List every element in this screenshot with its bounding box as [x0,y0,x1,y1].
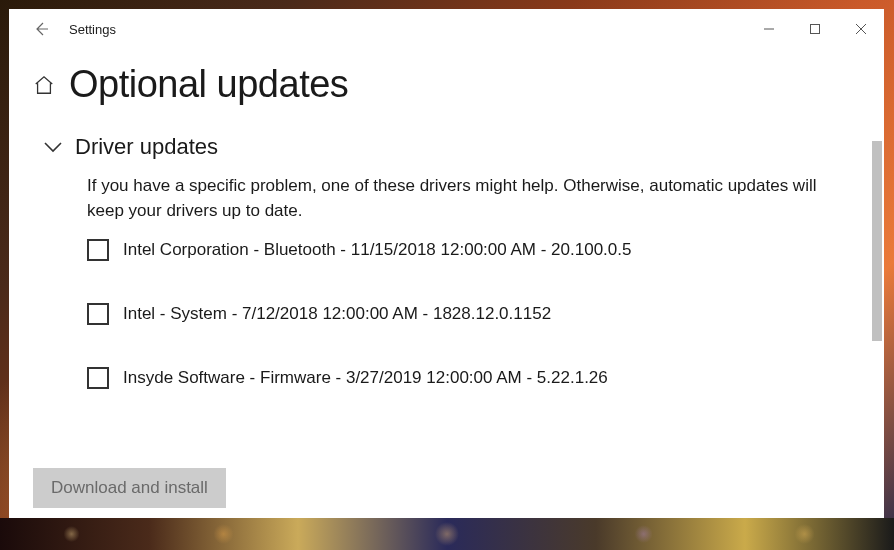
update-label: Insyde Software - Firmware - 3/27/2019 1… [123,368,608,388]
chevron-down-icon [43,140,63,154]
section-description: If you have a specific problem, one of t… [87,174,850,223]
download-install-button[interactable]: Download and install [33,468,226,508]
svg-rect-1 [811,25,820,34]
titlebar: Settings [9,9,884,49]
update-label: Intel - System - 7/12/2018 12:00:00 AM -… [123,304,551,324]
back-button[interactable] [21,9,61,49]
update-checkbox[interactable] [87,367,109,389]
minimize-icon [764,24,774,34]
minimize-button[interactable] [746,9,792,49]
scrollbar-thumb[interactable] [872,141,882,341]
maximize-icon [810,24,820,34]
home-button[interactable] [33,74,55,96]
close-button[interactable] [838,9,884,49]
update-checkbox[interactable] [87,239,109,261]
settings-window: Settings Optional updates [9,9,884,518]
section-title: Driver updates [75,134,218,160]
home-icon [33,74,55,96]
content-area: Optional updates Driver updates If you h… [9,49,884,518]
close-icon [856,24,866,34]
update-item[interactable]: Intel - System - 7/12/2018 12:00:00 AM -… [87,303,860,325]
back-arrow-icon [33,21,49,37]
update-item[interactable]: Intel Corporation - Bluetooth - 11/15/20… [87,239,860,261]
update-checkbox[interactable] [87,303,109,325]
maximize-button[interactable] [792,9,838,49]
page-title: Optional updates [69,63,348,106]
desktop-background-strip [0,518,894,550]
section-header-driver-updates[interactable]: Driver updates [43,134,860,160]
scrollbar-track[interactable] [870,51,884,518]
update-list: Intel Corporation - Bluetooth - 11/15/20… [87,239,860,389]
window-controls [746,9,884,49]
app-title: Settings [69,22,116,37]
page-header: Optional updates [33,63,860,106]
update-label: Intel Corporation - Bluetooth - 11/15/20… [123,240,631,260]
update-item[interactable]: Insyde Software - Firmware - 3/27/2019 1… [87,367,860,389]
